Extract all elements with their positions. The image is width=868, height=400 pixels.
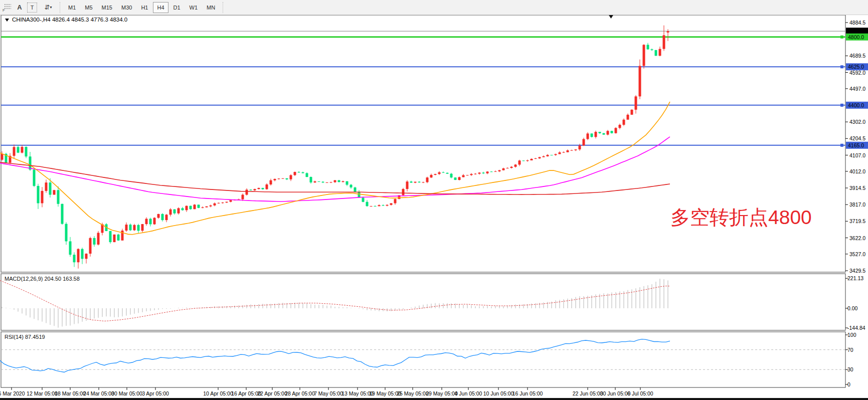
rsi-tick-label: 30 — [847, 366, 853, 372]
candle-body — [346, 181, 349, 185]
price-tick-label: 4689.5 — [849, 53, 865, 59]
rsi-tick-label: 0 — [847, 381, 850, 387]
candle-body — [318, 181, 320, 182]
candle-body — [450, 174, 453, 178]
timeframe-button-h1[interactable]: H1 — [137, 2, 152, 13]
time-tick-label: 24 Mar 05:00 — [83, 390, 114, 396]
price-badge-label: 4400.0 — [848, 102, 864, 108]
timeframe-button-m15[interactable]: M15 — [98, 2, 116, 13]
candle-body — [551, 155, 553, 155]
time-tick-label: 3 Apr 05:00 — [142, 390, 169, 396]
time-tick-label: 30 Mar 05:00 — [111, 390, 142, 396]
macd-tick-label: -144.84 — [847, 325, 865, 331]
candle-body — [310, 177, 312, 182]
candle-body — [595, 132, 597, 137]
timeframe-button-h4[interactable]: H4 — [153, 2, 168, 13]
timeframe-button-m30[interactable]: M30 — [117, 2, 136, 13]
font-tool-icon[interactable]: A — [15, 2, 24, 13]
candle-body — [298, 172, 300, 172]
candle-body — [358, 192, 361, 198]
time-axis[interactable]: 6 Mar 202012 Mar 05:0018 Mar 05:0024 Mar… — [0, 387, 653, 396]
price-tick-label: 3719.5 — [849, 218, 865, 224]
candle-body — [615, 128, 617, 133]
candle-body — [390, 203, 393, 205]
candle-body — [579, 145, 581, 149]
toolbar-separator — [223, 2, 224, 13]
price-tick-label: 4302.0 — [849, 119, 865, 125]
candle-body — [651, 49, 653, 50]
candle-body — [623, 120, 625, 125]
hline-handle-4625[interactable] — [840, 65, 843, 68]
candle-body — [655, 50, 657, 56]
candle-body — [567, 150, 569, 152]
rsi-panel[interactable] — [1, 332, 845, 387]
candle-body — [17, 147, 20, 152]
timeframe-button-w1[interactable]: W1 — [186, 2, 202, 13]
candle-body — [77, 249, 80, 263]
timeframe-button-mn[interactable]: MN — [203, 2, 219, 13]
price-tick-label: 4204.5 — [849, 135, 865, 141]
candle-body — [350, 185, 353, 187]
candle-body — [45, 182, 48, 191]
time-tick-label: 29 May 05:00 — [426, 390, 458, 396]
arrow-objects-icon[interactable]: ⇵ ▾ — [40, 2, 55, 13]
chart-title: CHINA300-,H4 4826.4 4845.3 4776.3 4834.0 — [12, 17, 127, 23]
time-tick-label: 22 Jun 05:00 — [573, 390, 603, 396]
candle-body — [306, 173, 308, 177]
candle-body — [603, 133, 605, 135]
time-tick-label: 10 Apr 05:00 — [203, 390, 233, 396]
macd-panel[interactable] — [1, 274, 845, 330]
hline-handle-4400[interactable] — [840, 104, 843, 107]
candle-body — [543, 156, 545, 157]
time-tick-label: 18 Mar 05:00 — [55, 390, 86, 396]
candle-body — [446, 173, 449, 174]
timeframe-button-d1[interactable]: D1 — [169, 2, 185, 13]
candle-body — [482, 172, 485, 173]
candle-body — [190, 206, 192, 210]
candle-body — [29, 156, 32, 169]
candle-body — [378, 205, 381, 206]
price-axis[interactable]: 4884.54689.54592.04497.04302.04204.54107… — [845, 20, 868, 274]
candle-body — [206, 207, 208, 208]
candle-body — [462, 175, 465, 177]
price-tick-label: 3429.5 — [849, 268, 865, 274]
candle-body — [382, 205, 385, 206]
candle-body — [506, 168, 509, 168]
candle-body — [89, 238, 92, 254]
candle-body — [374, 206, 377, 207]
candle-body — [182, 208, 184, 210]
hline-handle-4800[interactable] — [840, 36, 843, 39]
candle-body — [81, 249, 84, 259]
text-label-tool-icon[interactable]: T — [27, 3, 37, 13]
timeframe-button-m5[interactable]: M5 — [81, 2, 96, 13]
candle-body — [330, 182, 332, 182]
time-tick-label: 22 Apr 05:00 — [257, 390, 287, 396]
candle-body — [230, 200, 232, 202]
price-tick-label: 4592.0 — [849, 70, 865, 76]
candle-body — [49, 182, 52, 194]
timeframe-button-m1[interactable]: M1 — [64, 2, 80, 13]
candle-body — [157, 214, 160, 218]
time-tick-label: 10 Jun 05:00 — [483, 390, 514, 396]
candle-body — [149, 219, 152, 224]
candle-body — [129, 225, 132, 230]
time-tick-label: 4 Jun 05:00 — [455, 390, 482, 396]
macd-tick-label: 221.13 — [847, 275, 863, 281]
candle-body — [334, 180, 336, 182]
candle-body — [137, 225, 140, 231]
candle-body — [518, 160, 521, 164]
hline-handle-4165[interactable] — [840, 144, 843, 147]
candle-body — [474, 174, 477, 174]
price-tick-label: 4012.0 — [849, 168, 865, 174]
candle-body — [591, 133, 593, 137]
candle-body — [531, 159, 533, 160]
candle-body — [250, 189, 252, 190]
candle-body — [571, 150, 573, 151]
candle-body — [93, 238, 96, 245]
price-tick-label: 4107.0 — [849, 152, 865, 158]
main-chart-panel[interactable] — [1, 15, 845, 272]
time-tick-label: 7 May 05:00 — [314, 390, 343, 396]
candle-body — [583, 139, 585, 145]
toolbar-drag-handle-icon[interactable]: F — [2, 3, 12, 13]
time-tick-label: 16 Jun 05:00 — [512, 390, 543, 396]
